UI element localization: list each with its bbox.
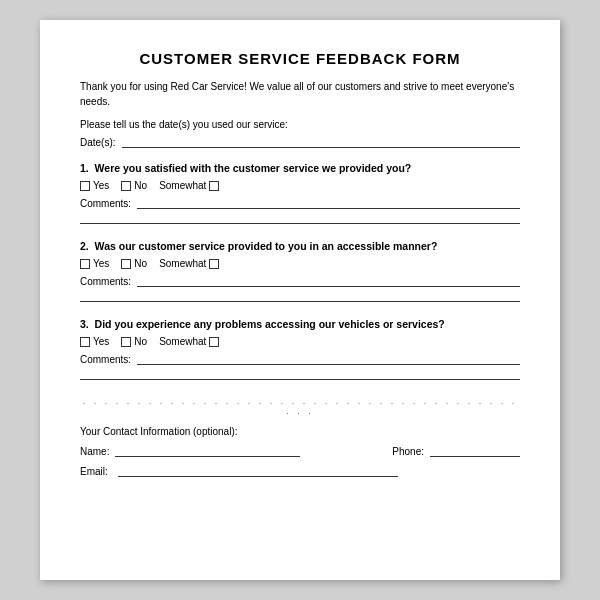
comments-line2-2[interactable] xyxy=(80,292,520,302)
comments-row-3: Comments: xyxy=(80,353,520,365)
phone-input-line[interactable] xyxy=(430,445,520,457)
yes-label-2: Yes xyxy=(93,258,109,269)
yes-option-2[interactable]: Yes xyxy=(80,258,109,269)
no-checkbox-2[interactable] xyxy=(121,259,131,269)
comments-label-3: Comments: xyxy=(80,354,131,365)
yes-label-1: Yes xyxy=(93,180,109,191)
form-title: CUSTOMER SERVICE FEEDBACK FORM xyxy=(80,50,520,67)
yes-checkbox-2[interactable] xyxy=(80,259,90,269)
somewhat-option-1[interactable]: Somewhat xyxy=(159,180,219,191)
comments-line2-1[interactable] xyxy=(80,214,520,224)
no-option-3[interactable]: No xyxy=(121,336,147,347)
contact-title: Your Contact Information (optional): xyxy=(80,426,520,437)
options-row-2: Yes No Somewhat xyxy=(80,258,520,269)
name-input-line[interactable] xyxy=(115,445,300,457)
phone-block: Phone: xyxy=(392,445,520,457)
comments-line2-3[interactable] xyxy=(80,370,520,380)
email-row: Email: xyxy=(80,465,520,477)
question-1: 1. Were you satisfied with the customer … xyxy=(80,162,520,174)
somewhat-label-2: Somewhat xyxy=(159,258,206,269)
comments-line-3[interactable] xyxy=(137,353,520,365)
comments-label-2: Comments: xyxy=(80,276,131,287)
intro-text: Thank you for using Red Car Service! We … xyxy=(80,79,520,109)
options-row-3: Yes No Somewhat xyxy=(80,336,520,347)
section-2: 2. Was our customer service provided to … xyxy=(80,240,520,302)
feedback-form: CUSTOMER SERVICE FEEDBACK FORM Thank you… xyxy=(40,20,560,580)
somewhat-option-3[interactable]: Somewhat xyxy=(159,336,219,347)
comments-row-1: Comments: xyxy=(80,197,520,209)
email-label: Email: xyxy=(80,466,108,477)
comments-line-2[interactable] xyxy=(137,275,520,287)
no-checkbox-1[interactable] xyxy=(121,181,131,191)
date-label: Date(s): xyxy=(80,137,116,148)
divider-dots: . . . . . . . . . . . . . . . . . . . . … xyxy=(80,396,520,416)
name-phone-row: Name: Phone: xyxy=(80,445,520,457)
please-tell-text: Please tell us the date(s) you used our … xyxy=(80,119,520,130)
yes-option-1[interactable]: Yes xyxy=(80,180,109,191)
no-option-2[interactable]: No xyxy=(121,258,147,269)
yes-option-3[interactable]: Yes xyxy=(80,336,109,347)
yes-label-3: Yes xyxy=(93,336,109,347)
date-row: Date(s): xyxy=(80,136,520,148)
no-option-1[interactable]: No xyxy=(121,180,147,191)
no-checkbox-3[interactable] xyxy=(121,337,131,347)
somewhat-label-3: Somewhat xyxy=(159,336,206,347)
no-label-3: No xyxy=(134,336,147,347)
contact-section: Your Contact Information (optional): Nam… xyxy=(80,426,520,477)
somewhat-option-2[interactable]: Somewhat xyxy=(159,258,219,269)
name-label: Name: xyxy=(80,446,109,457)
no-label-2: No xyxy=(134,258,147,269)
no-label-1: No xyxy=(134,180,147,191)
somewhat-label-1: Somewhat xyxy=(159,180,206,191)
yes-checkbox-3[interactable] xyxy=(80,337,90,347)
somewhat-checkbox-1[interactable] xyxy=(209,181,219,191)
comments-row-2: Comments: xyxy=(80,275,520,287)
question-2: 2. Was our customer service provided to … xyxy=(80,240,520,252)
question-3: 3. Did you experience any problems acces… xyxy=(80,318,520,330)
somewhat-checkbox-3[interactable] xyxy=(209,337,219,347)
comments-line-1[interactable] xyxy=(137,197,520,209)
somewhat-checkbox-2[interactable] xyxy=(209,259,219,269)
section-3: 3. Did you experience any problems acces… xyxy=(80,318,520,380)
date-input-line[interactable] xyxy=(122,136,520,148)
comments-label-1: Comments: xyxy=(80,198,131,209)
options-row-1: Yes No Somewhat xyxy=(80,180,520,191)
name-block: Name: xyxy=(80,445,376,457)
email-input-line[interactable] xyxy=(118,465,398,477)
section-1: 1. Were you satisfied with the customer … xyxy=(80,162,520,224)
yes-checkbox-1[interactable] xyxy=(80,181,90,191)
phone-label: Phone: xyxy=(392,446,424,457)
